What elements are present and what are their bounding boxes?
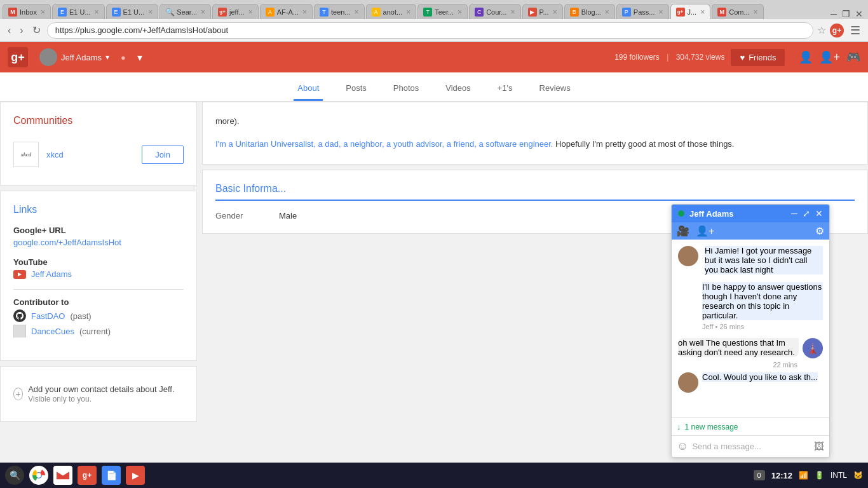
tab-videos[interactable]: Videos: [442, 76, 475, 101]
minimize-icon[interactable]: ─: [831, 9, 837, 19]
header-user[interactable]: Jeff Adams ▾: [39, 48, 109, 66]
tab-cour[interactable]: C Cour... ×: [469, 4, 520, 19]
tab-photos[interactable]: Photos: [390, 76, 423, 101]
tab-close-cour[interactable]: ×: [511, 8, 515, 17]
tab-close-gmail2[interactable]: ×: [754, 8, 758, 17]
emoji-button[interactable]: ☺: [677, 440, 688, 453]
tab-close-j[interactable]: ×: [700, 8, 705, 17]
tab-p[interactable]: ▶ P... ×: [522, 4, 563, 19]
taskbar-time: 12:12: [771, 471, 792, 480]
chat-contact-name: Jeff Adams: [689, 209, 791, 219]
tab-close-pass[interactable]: ×: [658, 8, 663, 17]
tab-label-anot: anot...: [383, 8, 403, 16]
tab-e1u1[interactable]: E E1 U... ×: [52, 4, 105, 19]
tab-teer[interactable]: T Teer... ×: [417, 4, 468, 19]
tab-close-search[interactable]: ×: [201, 8, 205, 17]
jeff-avatar-2: [678, 372, 698, 393]
notification-dropdown-icon[interactable]: ▾: [137, 51, 142, 64]
taskbar-chrome-icon[interactable]: [29, 466, 48, 485]
tab-about[interactable]: About: [294, 76, 323, 101]
window-controls: ─ ❐ ✕: [831, 9, 868, 19]
url-input[interactable]: [47, 22, 813, 39]
gplus-url-link[interactable]: google.com/+JeffAdamsIsHot: [13, 238, 121, 247]
chat-close-button[interactable]: ✕: [815, 208, 823, 219]
tab-close-e1u1[interactable]: ×: [95, 8, 99, 17]
taskbar-gmail-icon[interactable]: [53, 466, 72, 485]
tab-reviews[interactable]: Reviews: [536, 76, 574, 101]
profile-nav: About Posts Photos Videos +1's Reviews: [0, 72, 868, 102]
tab-anot[interactable]: A anot... ×: [366, 4, 417, 19]
chat-minimize-button[interactable]: ─: [791, 208, 797, 219]
chrome-menu-icon[interactable]: ☰: [848, 22, 863, 39]
taskbar-youtube-icon[interactable]: ▶: [126, 466, 145, 485]
chat-message-3: oh well The questions that Im asking don…: [678, 338, 823, 358]
battery-icon: 🔋: [815, 471, 824, 480]
tab-label-teer: Teer...: [435, 8, 454, 16]
new-message-bar[interactable]: ↓ 1 new message: [672, 417, 829, 435]
taskbar-badge: 0: [754, 470, 765, 480]
tab-af[interactable]: A AF-A... ×: [260, 4, 313, 19]
bookmark-icon[interactable]: ☆: [817, 24, 826, 36]
fastdao-link[interactable]: FastDAO: [31, 311, 65, 321]
tab-close-af[interactable]: ×: [302, 8, 307, 17]
friends-button[interactable]: ♥ Friends: [731, 49, 785, 66]
taskbar-search-button[interactable]: 🔍: [5, 466, 24, 485]
youtube-label: YouTube: [13, 257, 184, 267]
restore-icon[interactable]: ❐: [842, 9, 850, 19]
tab-close-jeff[interactable]: ×: [248, 8, 253, 17]
tab-pass[interactable]: P Pass... ×: [616, 4, 669, 19]
youtube-link[interactable]: Jeff Adams: [31, 269, 72, 279]
tab-close-gmail1[interactable]: ×: [41, 8, 45, 17]
chat-message-4: Cool. Would you like to ask th...: [678, 372, 823, 393]
tab-jeff[interactable]: g+ jeff... ×: [212, 4, 259, 19]
chat-input[interactable]: [692, 442, 810, 451]
tab-label-cour: Cour...: [486, 8, 506, 16]
reload-button[interactable]: ↻: [30, 23, 43, 37]
add-person-icon[interactable]: 👤+: [819, 50, 840, 64]
tab-e1u2[interactable]: E E1 U... ×: [106, 4, 159, 19]
add-person-chat-icon[interactable]: 👤+: [696, 225, 714, 237]
tab-close-e1u2[interactable]: ×: [148, 8, 153, 17]
chat-message-2: I'll be happy to answer questions though…: [678, 282, 823, 330]
tab-plusones[interactable]: +1's: [494, 76, 517, 101]
user-dropdown-icon[interactable]: ▾: [105, 53, 109, 62]
games-icon[interactable]: 🎮: [846, 50, 860, 64]
notification-icon[interactable]: ●: [121, 53, 126, 62]
taskbar-docs-icon[interactable]: 📄: [102, 466, 121, 485]
tab-blog[interactable]: B Blog... ×: [564, 4, 615, 19]
tab-close-teer[interactable]: ×: [458, 8, 462, 17]
forward-button[interactable]: ›: [17, 24, 25, 37]
tab-teen[interactable]: T teen... ×: [314, 4, 365, 19]
message-bubble-1: Hi Jamie! I got your message but it was …: [705, 246, 823, 274]
xkcd-logo: xkcd: [13, 142, 39, 167]
tab-close-p[interactable]: ×: [553, 8, 557, 17]
tab-close-anot[interactable]: ×: [406, 8, 410, 17]
tab-gmail2[interactable]: M Com... ×: [712, 4, 763, 19]
video-call-icon[interactable]: 🎥: [677, 225, 689, 237]
gplus-account-icon[interactable]: g+: [830, 24, 844, 37]
new-message-arrow-icon: ↓: [677, 422, 681, 431]
gplus-header: g+ Jeff Adams ▾ ● ▾ 199 followers | 304,…: [0, 42, 868, 72]
attach-image-icon[interactable]: 🖼: [814, 441, 824, 452]
xkcd-link[interactable]: xkcd: [46, 150, 134, 159]
add-icon[interactable]: +: [13, 388, 23, 400]
taskbar-lang: INTL: [831, 471, 847, 480]
taskbar-gplus-icon[interactable]: g+: [78, 466, 97, 485]
header-username: Jeff Adams: [61, 53, 102, 62]
youtube-link-row: Jeff Adams: [13, 269, 184, 279]
dancecues-link[interactable]: DanceCues: [31, 327, 74, 336]
tab-close-blog[interactable]: ×: [605, 8, 609, 17]
profile-icon[interactable]: 👤: [799, 50, 813, 64]
settings-icon[interactable]: ⚙: [815, 225, 824, 237]
gplus-logo[interactable]: g+: [8, 47, 28, 67]
tab-close-teen[interactable]: ×: [355, 8, 359, 17]
close-icon[interactable]: ✕: [855, 9, 863, 19]
tab-posts[interactable]: Posts: [342, 76, 370, 101]
tab-j-active[interactable]: g+ J... ×: [670, 4, 711, 19]
chat-expand-button[interactable]: ⤢: [803, 208, 810, 219]
back-button[interactable]: ‹: [5, 24, 13, 37]
dancecues-suffix: (current): [79, 327, 111, 336]
tab-gmail1[interactable]: M Inbox ×: [3, 4, 51, 19]
join-button[interactable]: Join: [142, 146, 184, 164]
tab-search[interactable]: 🔍 Sear... ×: [159, 4, 211, 19]
